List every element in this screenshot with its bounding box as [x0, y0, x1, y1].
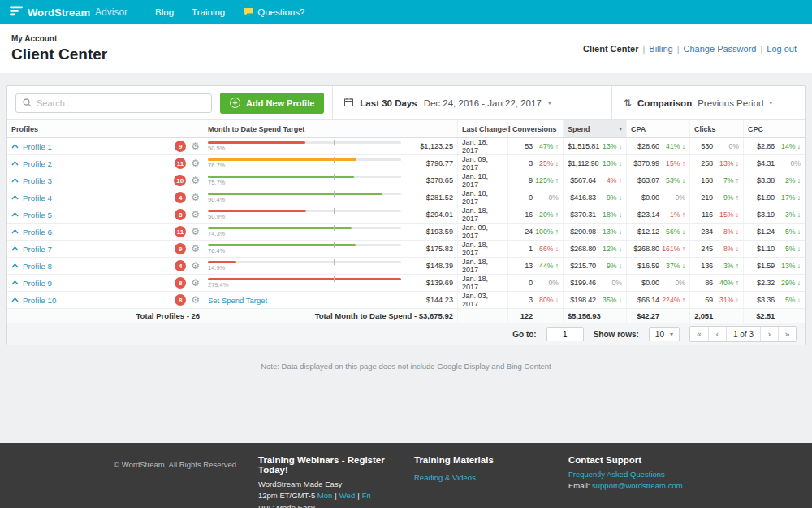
goto-page-input[interactable] [546, 327, 584, 341]
gear-icon[interactable]: ⚙ [191, 244, 200, 254]
arrow-down-icon: ↓ [797, 228, 801, 236]
gear-icon[interactable]: ⚙ [191, 227, 200, 237]
col-header-conversions[interactable]: Conversions [508, 120, 563, 137]
next-page-button[interactable]: › [760, 327, 778, 341]
conversions-cell: 00% [508, 275, 563, 291]
footer-webinars: Training Webinars - Register Today! Word… [258, 455, 414, 508]
materials-title: Training Materials [414, 455, 568, 465]
account-link-change-password[interactable]: Change Password [684, 44, 757, 54]
profile-link[interactable]: Profile 2 [23, 159, 52, 168]
support-email-link[interactable]: support@wordstream.com [592, 481, 683, 490]
profile-link[interactable]: Profile 3 [23, 176, 52, 185]
col-header-spend[interactable]: Spend ▾ [563, 120, 626, 137]
webinar-day-link[interactable]: Wed [339, 491, 355, 500]
alert-count-badge[interactable]: 4 [175, 192, 186, 203]
col-header-last-changed[interactable]: Last Changed [457, 120, 508, 137]
cpa-cell: $28.6041% ↓ [626, 138, 689, 154]
alert-count-badge[interactable]: 8 [175, 209, 186, 220]
gear-icon[interactable]: ⚙ [191, 193, 200, 202]
gear-icon[interactable]: ⚙ [191, 141, 200, 151]
profile-link[interactable]: Profile 9 [23, 279, 52, 288]
reading-videos-link[interactable]: Reading & Videos [414, 473, 476, 482]
clicks-value: 234 [694, 228, 713, 236]
nav-link-questions[interactable]: Questions? [243, 7, 304, 18]
last-changed-value: Jan. 03, 2017 [457, 292, 508, 308]
profile-link[interactable]: Profile 6 [23, 228, 52, 237]
nav-link-blog[interactable]: Blog [155, 7, 174, 17]
webinar-day-link[interactable]: Fri [362, 491, 371, 500]
col-header-profiles[interactable]: Profiles [7, 120, 204, 137]
profile-link[interactable]: Profile 7 [23, 245, 52, 254]
gear-icon[interactable]: ⚙ [191, 210, 200, 219]
comparison-label: Comparison [637, 98, 692, 108]
conversions-cell: 1620% ↑ [508, 206, 563, 223]
total-profiles: Total Profiles - 26 [7, 309, 204, 323]
alert-count-badge[interactable]: 8 [175, 277, 186, 289]
conversions-value: 3 [512, 159, 533, 167]
alert-count-badge[interactable]: 9 [175, 243, 186, 254]
profile-cell: Profile 84⚙ [7, 258, 204, 274]
conversions-change: 0% [533, 279, 559, 287]
faq-link[interactable]: Frequently Asked Questions [568, 470, 665, 479]
mtd-spend-value: $175.82 [405, 241, 457, 257]
gear-icon[interactable]: ⚙ [191, 176, 200, 185]
clicks-change: 31% ↓ [713, 296, 739, 304]
col-header-cpa[interactable]: CPA [626, 120, 689, 137]
show-rows-select[interactable]: 10 ▾ [649, 327, 680, 341]
col-header-clicks[interactable]: Clicks [689, 120, 743, 137]
alert-count-badge[interactable]: 11 [175, 158, 186, 169]
wordstream-logo-icon [10, 5, 23, 20]
spend-change: 9% ↓ [596, 193, 622, 202]
search-input[interactable] [37, 98, 205, 108]
date-range-selector[interactable]: Last 30 Days Dec 24, 2016 - Jan 22, 2017… [332, 86, 611, 119]
account-link-billing[interactable]: Billing [649, 44, 672, 54]
wordstream-brand[interactable]: WordStream Advisor [10, 5, 127, 20]
gear-icon[interactable]: ⚙ [191, 295, 200, 305]
spend-target-bar [208, 176, 401, 178]
col-header-cpc[interactable]: CPC [743, 120, 805, 137]
profile-cell: Profile 108⚙ [7, 292, 204, 308]
toolbar: + Add New Profile Last 30 Days Dec 24, 2… [7, 86, 805, 120]
table-row: Profile 58⚙50.9%$294.01Jan. 18, 20171620… [7, 206, 805, 224]
cpc-cell: $2.3229% ↓ [743, 275, 805, 291]
gear-icon[interactable]: ⚙ [191, 278, 200, 288]
gear-icon[interactable]: ⚙ [191, 261, 200, 271]
webinar-schedule: 12pm ET/GMT-5 Mon|Wed|Fri [258, 490, 414, 501]
set-spend-target-link[interactable]: Set Spend Target [208, 296, 401, 305]
alert-count-badge[interactable]: 8 [175, 294, 186, 306]
alert-count-badge[interactable]: 4 [175, 260, 186, 271]
account-link-client-center[interactable]: Client Center [583, 44, 638, 54]
prev-page-button[interactable]: ‹ [708, 327, 726, 341]
profile-link[interactable]: Profile 10 [23, 296, 56, 305]
cpa-cell: $16.5937% ↓ [626, 258, 689, 274]
alert-count-badge[interactable]: 9 [175, 141, 186, 152]
comparison-selector[interactable]: ⇅ Comparison Previous Period ▾ [611, 86, 805, 119]
cpa-change: 0% [659, 193, 685, 202]
conversions-change: 80% ↓ [533, 296, 559, 304]
data-note: Note: Data displayed on this page does n… [6, 362, 806, 371]
target-marker-icon [334, 225, 335, 231]
first-page-button[interactable]: « [690, 327, 708, 341]
alert-count-badge[interactable]: 10 [174, 175, 186, 186]
support-title: Contact Support [568, 455, 683, 465]
webinar-day-link[interactable]: Mon [317, 491, 332, 500]
profile-link[interactable]: Profile 5 [23, 211, 52, 219]
profile-cell: Profile 98⚙ [7, 275, 204, 291]
profile-link[interactable]: Profile 4 [23, 193, 52, 202]
account-link-logout[interactable]: Log out [767, 44, 797, 54]
arrow-up-icon: ↑ [555, 228, 559, 236]
profile-link[interactable]: Profile 8 [23, 262, 52, 271]
spend-cell: $567.644% ↑ [563, 172, 626, 189]
gear-icon[interactable]: ⚙ [191, 158, 200, 168]
profile-link[interactable]: Profile 1 [23, 142, 52, 151]
nav-link-training[interactable]: Training [192, 7, 225, 17]
target-marker-icon [334, 242, 335, 248]
col-header-spend-target[interactable]: Month to Date Spend Target [204, 120, 405, 137]
alert-count-badge[interactable]: 11 [175, 226, 186, 237]
compare-arrows-icon: ⇅ [624, 98, 632, 109]
add-new-profile-button[interactable]: + Add New Profile [220, 93, 324, 114]
arrow-down-icon: ↓ [797, 245, 801, 253]
clicks-cell: 2458% ↓ [689, 241, 743, 257]
last-page-button[interactable]: » [778, 327, 796, 341]
cpc-cell: $1.9017% ↓ [743, 189, 805, 206]
